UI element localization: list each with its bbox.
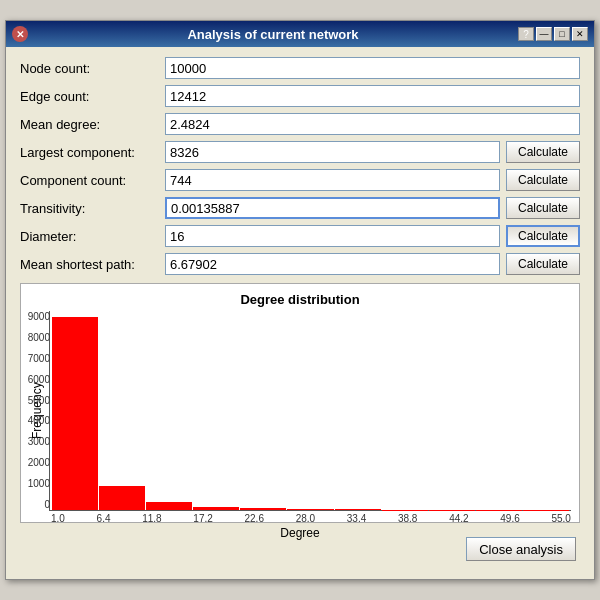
field-row: Transitivity:Calculate <box>20 197 580 219</box>
x-axis-title: Degree <box>29 526 571 540</box>
chart-bar <box>99 486 145 510</box>
help-button[interactable]: ? <box>518 27 534 41</box>
field-input[interactable] <box>165 225 500 247</box>
field-label: Transitivity: <box>20 201 165 216</box>
x-tick: 1.0 <box>51 513 65 524</box>
calculate-button[interactable]: Calculate <box>506 225 580 247</box>
window-title: Analysis of current network <box>187 27 358 42</box>
x-tick: 38.8 <box>398 513 417 524</box>
chart-area: Frequency 900080007000600050004000300020… <box>29 311 571 511</box>
bars-container <box>50 311 571 510</box>
field-label: Mean shortest path: <box>20 257 165 272</box>
field-label: Component count: <box>20 173 165 188</box>
content-area: Node count:Edge count:Mean degree:Larges… <box>6 47 594 579</box>
chart-bar <box>240 508 286 510</box>
title-bar-left: ✕ <box>12 26 28 42</box>
title-bar-center: Analysis of current network <box>28 27 518 42</box>
chart-bar <box>287 509 333 510</box>
y-tick: 2000 <box>14 457 50 468</box>
minimize-button[interactable]: — <box>536 27 552 41</box>
x-axis-labels: 1.06.411.817.222.628.033.438.844.249.655… <box>29 513 571 524</box>
chart-title: Degree distribution <box>29 292 571 307</box>
y-tick: 1000 <box>14 478 50 489</box>
field-row: Node count: <box>20 57 580 79</box>
field-row: Edge count: <box>20 85 580 107</box>
y-ticks: 9000800070006000500040003000200010000 <box>14 311 50 510</box>
field-row: Diameter:Calculate <box>20 225 580 247</box>
main-window: ✕ Analysis of current network ? — □ ✕ No… <box>5 20 595 580</box>
y-tick: 8000 <box>14 332 50 343</box>
close-analysis-button[interactable]: Close analysis <box>466 537 576 561</box>
x-tick: 28.0 <box>296 513 315 524</box>
close-button[interactable]: ✕ <box>572 27 588 41</box>
field-input[interactable] <box>165 57 580 79</box>
field-row: Mean shortest path:Calculate <box>20 253 580 275</box>
calculate-button[interactable]: Calculate <box>506 169 580 191</box>
y-tick: 0 <box>14 499 50 510</box>
title-bar-buttons: ? — □ ✕ <box>518 27 588 41</box>
field-row: Component count:Calculate <box>20 169 580 191</box>
chart-container: Degree distribution Frequency 9000800070… <box>20 283 580 523</box>
field-row: Mean degree: <box>20 113 580 135</box>
field-label: Node count: <box>20 61 165 76</box>
field-label: Edge count: <box>20 89 165 104</box>
x-tick: 17.2 <box>193 513 212 524</box>
y-tick: 5000 <box>14 395 50 406</box>
fields-container: Node count:Edge count:Mean degree:Larges… <box>20 57 580 275</box>
field-label: Mean degree: <box>20 117 165 132</box>
chart-bar <box>146 502 192 510</box>
x-tick: 44.2 <box>449 513 468 524</box>
x-tick: 11.8 <box>142 513 161 524</box>
calculate-button[interactable]: Calculate <box>506 141 580 163</box>
chart-bar <box>335 509 381 510</box>
chart-inner: 9000800070006000500040003000200010000 <box>49 311 571 511</box>
field-input[interactable] <box>165 197 500 219</box>
field-label: Largest component: <box>20 145 165 160</box>
x-tick: 49.6 <box>500 513 519 524</box>
y-tick: 6000 <box>14 374 50 385</box>
title-bar: ✕ Analysis of current network ? — □ ✕ <box>6 21 594 47</box>
field-input[interactable] <box>165 141 500 163</box>
y-tick: 4000 <box>14 415 50 426</box>
field-label: Diameter: <box>20 229 165 244</box>
maximize-button[interactable]: □ <box>554 27 570 41</box>
y-tick: 9000 <box>14 311 50 322</box>
calculate-button[interactable]: Calculate <box>506 253 580 275</box>
chart-bar <box>193 507 239 510</box>
y-tick: 7000 <box>14 353 50 364</box>
x-tick: 55.0 <box>551 513 570 524</box>
x-tick: 6.4 <box>97 513 111 524</box>
x-tick: 22.6 <box>245 513 264 524</box>
field-input[interactable] <box>165 253 500 275</box>
close-window-button[interactable]: ✕ <box>12 26 28 42</box>
field-input[interactable] <box>165 169 500 191</box>
chart-bar <box>52 317 98 510</box>
field-input[interactable] <box>165 85 580 107</box>
calculate-button[interactable]: Calculate <box>506 197 580 219</box>
y-tick: 3000 <box>14 436 50 447</box>
x-tick: 33.4 <box>347 513 366 524</box>
field-input[interactable] <box>165 113 580 135</box>
field-row: Largest component:Calculate <box>20 141 580 163</box>
